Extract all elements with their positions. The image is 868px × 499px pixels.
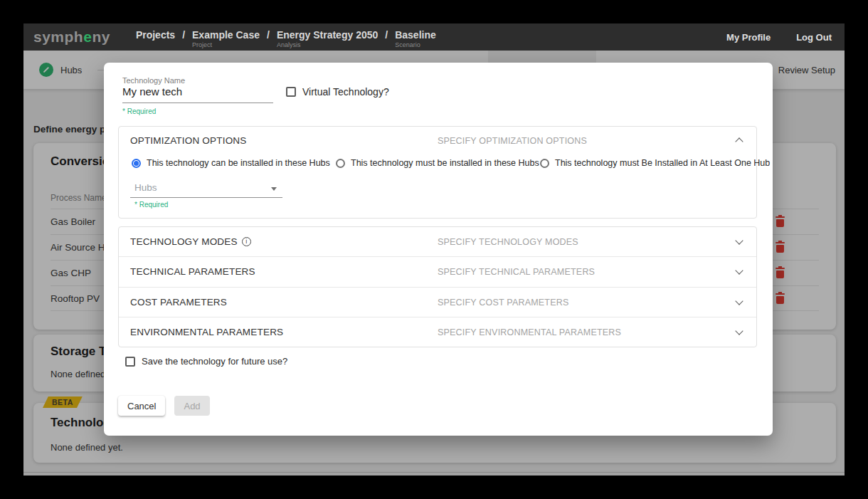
logo-text: ny (92, 28, 110, 45)
radio-label: This technology must Be Installed in At … (555, 158, 770, 168)
add-button[interactable]: Add (174, 396, 209, 416)
logout-link[interactable]: Log Out (796, 32, 832, 43)
optimization-options-panel: OPTIMIZATION OPTIONS SPECIFY OPTIMIZATIO… (118, 126, 757, 219)
section-hint: SPECIFY TECHNOLOGY MODES (438, 237, 578, 247)
radio-can-be-installed-in-hubs[interactable]: This technology can be installed in thes… (132, 158, 330, 168)
section-title: TECHNOLOGY MODES (130, 236, 238, 247)
breadcrumb-sublabel: Project (192, 41, 260, 48)
save-technology-checkbox[interactable] (125, 357, 135, 367)
chevron-down-icon (735, 327, 743, 335)
section-title: OPTIMIZATION OPTIONS (130, 135, 247, 146)
logo-accent-letter: e (83, 28, 92, 45)
section-title: TECHNICAL PARAMETERS (130, 266, 255, 277)
radio-button-selected[interactable] (132, 159, 141, 168)
breadcrumb-separator: / (182, 29, 185, 48)
breadcrumb-separator: / (267, 29, 270, 48)
breadcrumb-item-projects[interactable]: Projects (136, 29, 175, 48)
chevron-down-icon (735, 236, 743, 244)
section-hint: SPECIFY COST PARAMETERS (438, 298, 569, 308)
virtual-technology-checkbox-row[interactable]: Virtual Technology? (286, 86, 389, 98)
section-hint: SPECIFY ENVIRONMENTAL PARAMETERS (438, 327, 621, 337)
breadcrumb-item-example-case[interactable]: Example Case Project (192, 29, 260, 48)
modal-button-row: Cancel Add (118, 396, 210, 416)
hubs-select-placeholder: Hubs (134, 182, 157, 193)
app-window: sympheny Projects / Example Case Project… (23, 23, 845, 476)
dropdown-arrow-icon (271, 187, 277, 191)
radio-must-be-installed-at-least-one-hub[interactable]: This technology must Be Installed in At … (540, 158, 770, 168)
breadcrumb-item-analysis[interactable]: Energy Strategy 2050 Analysis (277, 29, 378, 48)
section-cost-parameters[interactable]: COST PARAMETERS SPECIFY COST PARAMETERS (119, 287, 756, 317)
chevron-down-icon (735, 297, 743, 305)
technology-name-input[interactable] (122, 85, 273, 103)
breadcrumb-item-scenario[interactable]: Baseline Scenario (395, 29, 436, 48)
info-icon[interactable] (242, 237, 251, 246)
breadcrumb-label[interactable]: Example Case (192, 29, 260, 41)
virtual-technology-label: Virtual Technology? (302, 86, 389, 98)
radio-button[interactable] (336, 159, 345, 168)
section-environmental-parameters[interactable]: ENVIRONMENTAL PARAMETERS SPECIFY ENVIRON… (119, 317, 756, 347)
section-technical-parameters[interactable]: TECHNICAL PARAMETERS SPECIFY TECHNICAL P… (119, 256, 756, 286)
navbar-links: My Profile Log Out (726, 32, 832, 43)
section-hint: SPECIFY TECHNICAL PARAMETERS (438, 267, 595, 277)
section-title: COST PARAMETERS (130, 297, 227, 308)
parameter-sections-panel: TECHNOLOGY MODES SPECIFY TECHNOLOGY MODE… (118, 226, 757, 347)
section-hint: SPECIFY OPTIMIZATION OPTIONS (438, 136, 587, 146)
sympheny-logo[interactable]: sympheny (33, 28, 110, 46)
my-profile-link[interactable]: My Profile (726, 32, 771, 43)
breadcrumb: Projects / Example Case Project / Energy… (136, 26, 436, 48)
breadcrumb-separator: / (385, 29, 388, 48)
radio-must-be-installed-in-hubs[interactable]: This technology must be installed in the… (336, 158, 539, 168)
breadcrumb-sublabel: Analysis (277, 41, 378, 48)
required-hint: * Required (122, 107, 156, 115)
save-technology-checkbox-row[interactable]: Save the technology for future use? (125, 356, 287, 367)
hub-install-radio-group: This technology can be installed in thes… (119, 158, 756, 169)
breadcrumb-label[interactable]: Projects (136, 29, 175, 41)
breadcrumb-label[interactable]: Energy Strategy 2050 (277, 29, 378, 41)
chevron-up-icon (735, 137, 743, 145)
breadcrumb-label[interactable]: Baseline (395, 29, 436, 41)
add-technology-modal: Technology Name * Required Virtual Techn… (104, 63, 773, 436)
logo-text: symph (33, 28, 83, 45)
cancel-button[interactable]: Cancel (118, 396, 165, 416)
save-technology-label: Save the technology for future use? (142, 356, 287, 367)
section-technology-modes[interactable]: TECHNOLOGY MODES SPECIFY TECHNOLOGY MODE… (119, 227, 756, 256)
chevron-down-icon (735, 267, 743, 275)
radio-label: This technology must be installed in the… (351, 158, 539, 168)
required-hint: * Required (134, 201, 168, 209)
technology-name-label: Technology Name (122, 76, 185, 85)
radio-button[interactable] (540, 159, 549, 168)
top-navbar: sympheny Projects / Example Case Project… (23, 23, 845, 51)
radio-label: This technology can be installed in thes… (147, 158, 330, 168)
section-title: ENVIRONMENTAL PARAMETERS (130, 327, 283, 337)
breadcrumb-sublabel: Scenario (395, 41, 436, 48)
hubs-select[interactable]: Hubs (130, 179, 282, 198)
optimization-options-header[interactable]: OPTIMIZATION OPTIONS SPECIFY OPTIMIZATIO… (119, 127, 756, 154)
virtual-technology-checkbox[interactable] (286, 87, 296, 97)
